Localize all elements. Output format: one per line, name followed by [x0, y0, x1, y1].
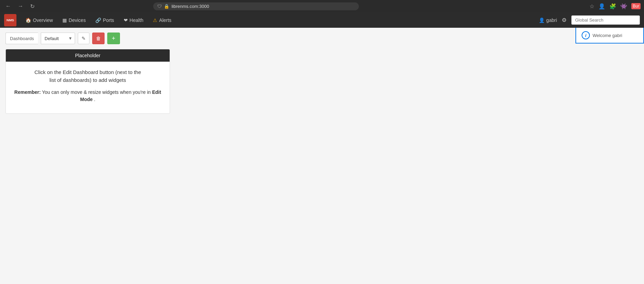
add-dashboard-button[interactable]: + [107, 33, 120, 44]
svg-text:NMS: NMS [7, 18, 14, 22]
refresh-button[interactable]: ↻ [28, 2, 37, 11]
info-icon: i [582, 31, 590, 39]
nav-ports[interactable]: 🔗 Ports [91, 15, 118, 26]
home-icon: 🏠 [25, 17, 31, 23]
placeholder-header: Placeholder [6, 49, 170, 62]
ports-icon: 🔗 [95, 17, 101, 23]
back-button[interactable]: ← [3, 2, 13, 11]
global-search-input[interactable] [571, 15, 640, 25]
address-bar[interactable]: 🛡 🔒 librenms.com:3000 [153, 2, 359, 10]
browser-chrome: ← → ↻ 🛡 🔒 librenms.com:3000 ☆ 👤 🧩 👾 Bur [0, 0, 644, 12]
dashboard-toolbar: Dashboards Default ▼ ✎ 🗑 + [5, 33, 639, 44]
settings-button[interactable]: ⚙ [560, 15, 568, 25]
remember-label: Remember: [14, 89, 41, 95]
nav-alerts-label: Alerts [159, 17, 171, 23]
extensions-icon[interactable]: 🧩 [609, 3, 616, 10]
delete-dashboard-button[interactable]: 🗑 [92, 33, 105, 44]
hint-suffix: . [94, 97, 95, 102]
navbar: NMS 🏠 Overview ▦ Devices 🔗 Ports ❤ Healt… [0, 12, 644, 28]
placeholder-title: Placeholder [75, 53, 100, 58]
lock-icon: 🔒 [164, 4, 169, 9]
welcome-popup: i Welcome gabri [575, 28, 644, 44]
placeholder-body: Click on the Edit Dashboard button (next… [6, 62, 170, 113]
security-icon: 🛡 [157, 4, 162, 9]
edit-dashboard-button[interactable]: ✎ [78, 33, 89, 44]
placeholder-main-text: Click on the Edit Dashboard button (next… [14, 69, 161, 84]
placeholder-hint: Remember: You can only move & resize wid… [14, 89, 161, 103]
edit-icon: ✎ [82, 36, 86, 41]
nav-overview-label: Overview [33, 17, 53, 23]
hint-body: You can only move & resize widgets when … [42, 89, 152, 95]
nav-alerts[interactable]: ⚠ Alerts [149, 15, 175, 26]
browser-right-icons: ☆ 👤 🧩 👾 Bur [590, 3, 641, 10]
nav-health[interactable]: ❤ Health [120, 15, 147, 26]
health-icon: ❤ [124, 17, 128, 23]
alerts-icon: ⚠ [153, 17, 157, 23]
dashboard-select[interactable]: Default [41, 33, 75, 44]
librenms-logo: NMS [4, 14, 16, 26]
devices-icon: ▦ [62, 17, 67, 23]
url-text: librenms.com:3000 [171, 4, 355, 9]
dashboards-label: Dashboards [5, 33, 38, 44]
placeholder-card: Placeholder Click on the Edit Dashboard … [5, 49, 170, 114]
trash-icon: 🗑 [96, 36, 101, 41]
nav-devices[interactable]: ▦ Devices [58, 15, 90, 26]
welcome-message: Welcome gabri [593, 33, 622, 38]
navbar-right: 👤 gabri ⚙ [539, 15, 640, 25]
nav-health-label: Health [130, 17, 143, 23]
main-content: Dashboards Default ▼ ✎ 🗑 + Placeholder C… [0, 28, 644, 284]
bookmark-icon[interactable]: ☆ [590, 3, 594, 10]
nav-ports-label: Ports [103, 17, 114, 23]
profile-icon[interactable]: 👤 [598, 3, 605, 10]
burp-icon[interactable]: Bur [631, 3, 641, 9]
nav-devices-label: Devices [69, 17, 86, 23]
nav-overview[interactable]: 🏠 Overview [21, 15, 57, 26]
username-label: gabri [546, 17, 557, 23]
user-menu[interactable]: 👤 gabri [539, 17, 557, 23]
brand-logo-link[interactable]: NMS [4, 14, 16, 26]
account-icon[interactable]: 👾 [620, 3, 627, 10]
forward-button[interactable]: → [16, 2, 25, 11]
user-icon: 👤 [539, 17, 545, 23]
dashboard-select-wrapper: Default ▼ [41, 33, 75, 44]
plus-icon: + [112, 35, 116, 41]
